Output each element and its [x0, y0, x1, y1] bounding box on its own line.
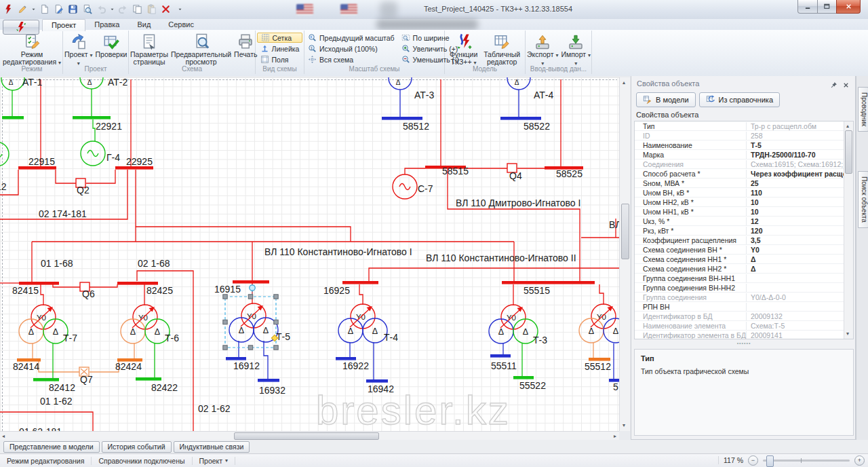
tab-Вид[interactable]: Вид — [128, 19, 159, 31]
zoom-prev-button[interactable]: Предыдущий масштаб — [304, 33, 398, 43]
bus-82425[interactable] — [117, 282, 158, 285]
import-button[interactable]: Импорт ▾▾ — [559, 32, 592, 68]
close-icon[interactable] — [842, 79, 850, 87]
preview-doc-button[interactable] — [81, 3, 94, 16]
ruler-toggle[interactable]: Линейка — [257, 43, 303, 54]
connection-point[interactable] — [250, 285, 255, 291]
property-row[interactable]: Схема соединения НН2 *Δ — [635, 264, 844, 274]
bus-82422[interactable] — [136, 377, 161, 381]
minimize-button[interactable] — [797, 0, 818, 14]
edit-pencil-button[interactable] — [16, 3, 29, 16]
project-button[interactable]: Проект ▾▾ — [63, 32, 94, 68]
redo-button[interactable] — [117, 3, 130, 16]
scroll-left-icon[interactable]: ◂ — [2, 433, 5, 440]
property-value[interactable]: 258 — [747, 132, 844, 140]
property-row[interactable]: Схема соединения ВН *Y0 — [635, 245, 844, 255]
selection-handle[interactable] — [248, 345, 252, 350]
property-value[interactable]: Δ — [747, 265, 844, 273]
property-value[interactable]: Тр-р с расщепл.обм — [747, 122, 844, 130]
from-reference-button[interactable]: Из справочника — [699, 92, 780, 107]
property-row[interactable]: Группа соединения ВН-НН1 — [635, 274, 844, 283]
property-value[interactable]: 25 — [747, 179, 844, 187]
status-item[interactable]: Проект▾ — [193, 457, 235, 465]
property-row[interactable]: Группа соединенияY0/Δ-Δ-0-0 — [635, 293, 844, 302]
selection-handle[interactable] — [248, 295, 252, 299]
maximize-button[interactable] — [818, 0, 836, 14]
bus-82412[interactable] — [33, 378, 59, 381]
scroll-down-icon[interactable]: ▾ — [623, 422, 625, 429]
scroll-right-icon[interactable]: ▸ — [614, 433, 616, 440]
wire[interactable] — [359, 284, 363, 305]
scroll-up-icon[interactable]: ▴ — [623, 79, 625, 86]
wire[interactable] — [90, 361, 119, 372]
property-row[interactable]: Коэффициент расщепления3,5 — [635, 236, 844, 245]
bus-16912[interactable] — [226, 357, 246, 360]
property-value[interactable]: Y0 — [747, 246, 844, 254]
property-value[interactable]: 120 — [747, 227, 844, 235]
property-value[interactable]: Δ — [747, 255, 844, 263]
source-partial[interactable] — [0, 142, 9, 166]
status-item[interactable]: Справочники подключены — [92, 457, 191, 465]
wire[interactable] — [89, 284, 117, 287]
property-row[interactable]: Uкз, % *12 — [635, 217, 844, 226]
property-value[interactable]: 12 — [747, 217, 844, 225]
undo-button[interactable] — [95, 3, 108, 16]
tab-Проект[interactable]: Проект — [42, 19, 85, 31]
edit-mode-button[interactable]: Режимредактирования ▾ — [1, 32, 62, 67]
zoom-100-button[interactable]: 1Исходный (100%) — [304, 43, 398, 54]
checks-button[interactable]: Проверки — [94, 32, 129, 59]
bus-16925[interactable] — [342, 281, 378, 284]
selection-handle[interactable] — [274, 295, 278, 299]
property-value[interactable]: Т-5 — [747, 141, 844, 149]
property-row[interactable]: Sном, МВА *25 — [635, 179, 844, 188]
property-value[interactable]: ТРДН-25000/110-70 — [747, 151, 844, 159]
property-value[interactable]: 3,5 — [747, 236, 844, 244]
wire[interactable] — [86, 170, 115, 183]
property-value[interactable]: Схема:Т-5 — [747, 322, 844, 330]
pscroll-thumb[interactable] — [845, 130, 852, 174]
side-tab-Поиск объекта[interactable]: Поиск объекта — [858, 171, 868, 228]
zoom-all-button[interactable]: Вся схема — [304, 54, 398, 64]
scroll-down-icon[interactable]: ▾ — [846, 331, 849, 337]
property-row[interactable]: Идентификатор элемента в БД20009141 — [635, 331, 844, 339]
wire[interactable] — [599, 284, 604, 305]
property-row[interactable]: Uном НН1, кВ *10 — [635, 207, 844, 217]
table-editor-button[interactable]: Табличныйредактор — [482, 32, 521, 67]
vscroll-thumb[interactable] — [621, 204, 629, 259]
zoom-slider[interactable] — [763, 460, 850, 462]
bottom-tab-Представление в модели[interactable]: Представление в модели — [3, 441, 100, 453]
property-row[interactable]: Наименование элементаСхема:Т-5 — [635, 321, 844, 331]
property-value[interactable]: 20009141 — [747, 331, 844, 339]
property-row[interactable]: Ркз, кВт *120 — [635, 226, 844, 236]
property-row[interactable]: СоединенияСхема:16915; Схема:16912; Схем… — [635, 160, 844, 169]
property-value[interactable]: 10 — [747, 208, 844, 216]
caret-down-button[interactable] — [174, 3, 186, 16]
bus-82415[interactable] — [19, 282, 59, 285]
tab-Сервис[interactable]: Сервис — [159, 19, 203, 31]
paste-button[interactable] — [145, 3, 158, 16]
property-value[interactable]: 20009132 — [747, 312, 844, 320]
print-preview-button[interactable]: Предварительныйпросмотр — [170, 32, 233, 67]
property-grid-scrollbar[interactable]: ▴ ▾ — [844, 122, 853, 339]
wire[interactable] — [369, 268, 619, 281]
bus-16932[interactable] — [258, 379, 279, 382]
new-doc-button[interactable] — [38, 3, 51, 16]
selection-handle[interactable] — [274, 345, 278, 350]
property-value[interactable]: 110 — [747, 189, 844, 197]
property-row[interactable]: Группа соединения ВН-НН2 — [635, 283, 844, 293]
selection-handle[interactable] — [223, 345, 227, 350]
close-button[interactable] — [836, 0, 861, 14]
wire[interactable] — [41, 284, 43, 305]
bus-16915[interactable] — [233, 280, 269, 284]
property-row[interactable]: Uном НН2, кВ *10 — [635, 198, 844, 207]
tab-Правка[interactable]: Правка — [85, 19, 128, 31]
selection-handle[interactable] — [274, 320, 278, 324]
wire[interactable] — [264, 341, 268, 379]
scroll-up-icon[interactable]: ▴ — [846, 123, 849, 130]
print-button[interactable]: Печать — [233, 32, 258, 59]
save-button[interactable] — [66, 3, 79, 16]
canvas-horizontal-scrollbar[interactable]: ◂ ▸ — [0, 431, 619, 441]
bus-55512[interactable] — [589, 358, 610, 361]
application-button[interactable] — [3, 20, 39, 35]
bus-16942[interactable] — [366, 379, 388, 383]
